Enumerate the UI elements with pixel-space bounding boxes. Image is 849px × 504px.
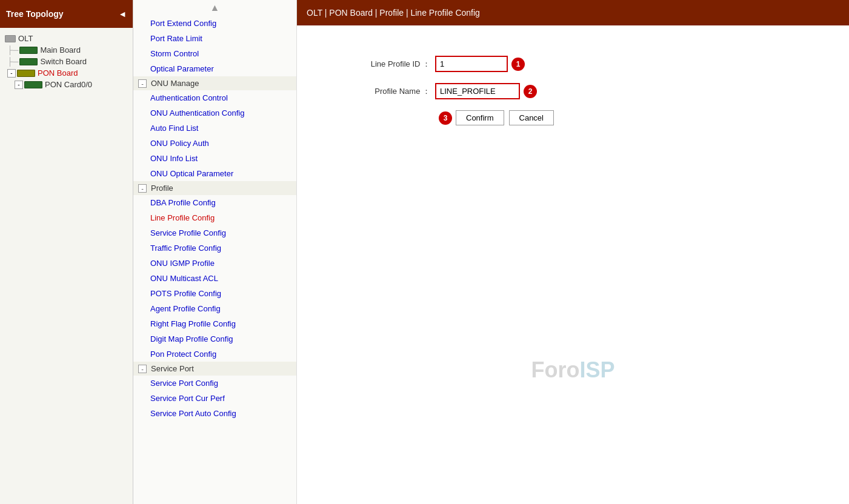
menu-section-profile: - Profile DBA Profile Config Line Profil…: [133, 181, 296, 362]
pon-board-expand[interactable]: -: [7, 69, 16, 78]
menu-dba-profile-config[interactable]: DBA Profile Config: [133, 195, 296, 210]
menu-onu-auth-config[interactable]: ONU Authentication Config: [133, 105, 296, 121]
switch-board-label: Switch Board: [40, 57, 87, 66]
step2-badge: 2: [524, 85, 537, 98]
menu-port-extend-config[interactable]: Port Extend Config: [133, 16, 296, 31]
switch-board-icon: [19, 58, 38, 65]
pon-board-icon: [17, 70, 35, 77]
menu-digit-map-profile-config[interactable]: Digit Map Profile Config: [133, 331, 296, 346]
watermark-isp: ISP: [579, 357, 614, 383]
step3-badge: 3: [439, 111, 452, 125]
profile-name-row: Profile Name ： 2: [333, 83, 813, 99]
olt-label: OLT: [18, 34, 33, 43]
service-port-label: Service Port: [151, 364, 194, 373]
menu-section-service-port: - Service Port Service Port Config Servi…: [133, 362, 296, 421]
menu-port-rate-limit[interactable]: Port Rate Limit: [133, 31, 296, 46]
profile-label: Profile: [151, 184, 173, 193]
tree-item-main-board[interactable]: ├─ Main Board: [2, 44, 130, 56]
menu-agent-profile-config[interactable]: Agent Profile Config: [133, 301, 296, 316]
sidebar-collapse-icon[interactable]: ◄: [118, 9, 127, 19]
sidebar-header: Tree Topology ◄: [0, 0, 133, 28]
menu-pon-protect-config[interactable]: Pon Protect Config: [133, 346, 296, 362]
breadcrumb-text: OLT | PON Board | Profile | Line Profile…: [307, 8, 480, 18]
main-board-icon: [19, 47, 38, 54]
tree-item-pon-card[interactable]: - PON Card0/0: [2, 79, 130, 90]
menu-section-top: Port Extend Config Port Rate Limit Storm…: [133, 16, 296, 76]
pon-card-expand[interactable]: -: [15, 81, 23, 89]
menu-onu-igmp-profile[interactable]: ONU IGMP Profile: [133, 256, 296, 271]
menu-auth-control[interactable]: Authentication Control: [133, 90, 296, 105]
tree-item-olt[interactable]: OLT: [2, 33, 130, 44]
onu-manage-label: ONU Manage: [151, 79, 199, 88]
profile-name-input[interactable]: [435, 83, 520, 99]
pon-card-icon: [24, 81, 42, 88]
menu-storm-control[interactable]: Storm Control: [133, 46, 296, 61]
tree-item-switch-board[interactable]: ├─ Switch Board: [2, 56, 130, 67]
menu-onu-policy-auth[interactable]: ONU Policy Auth: [133, 136, 296, 151]
menu-right-flag-profile-config[interactable]: Right Flag Profile Config: [133, 316, 296, 331]
watermark-foro: Foro: [531, 357, 579, 383]
menu-section-onu-manage: - ONU Manage Authentication Control ONU …: [133, 76, 296, 181]
service-port-header[interactable]: - Service Port: [133, 362, 296, 376]
onu-manage-expand-icon: -: [138, 79, 147, 88]
olt-icon: [5, 35, 16, 42]
sidebar: Tree Topology ◄ OLT ├─ Main Board ├─ Swi…: [0, 0, 133, 504]
breadcrumb: OLT | PON Board | Profile | Line Profile…: [297, 0, 849, 25]
menu-service-profile-config[interactable]: Service Profile Config: [133, 225, 296, 240]
menu-traffic-profile-config[interactable]: Traffic Profile Config: [133, 240, 296, 256]
menu-auto-find-list[interactable]: Auto Find List: [133, 121, 296, 136]
confirm-button[interactable]: Confirm: [456, 110, 504, 125]
dash-connector-2: ├─: [7, 57, 18, 66]
tree-item-pon-board[interactable]: - PON Board: [2, 67, 130, 79]
center-menu: ▲ Port Extend Config Port Rate Limit Sto…: [133, 0, 297, 504]
form-area: Line Profile ID ： 1 Profile Name ： 2 3 C…: [309, 38, 837, 144]
menu-service-port-auto-config[interactable]: Service Port Auto Config: [133, 406, 296, 421]
profile-name-label: Profile Name ：: [333, 86, 430, 97]
pon-board-label: PON Board: [38, 68, 78, 78]
content-body: Line Profile ID ： 1 Profile Name ： 2 3 C…: [297, 25, 849, 504]
profile-expand-icon: -: [138, 184, 147, 193]
service-port-expand-icon: -: [138, 365, 147, 373]
pon-card-label: PON Card0/0: [45, 80, 92, 89]
main-board-label: Main Board: [40, 45, 80, 55]
profile-header[interactable]: - Profile: [133, 181, 296, 195]
content-area: OLT | PON Board | Profile | Line Profile…: [297, 0, 849, 504]
cancel-button[interactable]: Cancel: [509, 110, 554, 125]
line-profile-id-row: Line Profile ID ： 1: [333, 56, 813, 72]
menu-onu-multicast-acl[interactable]: ONU Multicast ACL: [133, 271, 296, 286]
line-profile-id-label: Line Profile ID ：: [333, 59, 430, 70]
sidebar-tree: OLT ├─ Main Board ├─ Switch Board - PON …: [0, 28, 133, 504]
menu-line-profile-config[interactable]: Line Profile Config: [133, 210, 296, 225]
line-profile-id-input[interactable]: [435, 56, 508, 72]
menu-optical-parameter[interactable]: Optical Parameter: [133, 61, 296, 76]
confirm-row: 3 Confirm Cancel: [435, 110, 813, 125]
scroll-up[interactable]: ▲: [133, 0, 296, 16]
watermark: Foro ISP: [531, 357, 614, 383]
menu-onu-info-list[interactable]: ONU Info List: [133, 151, 296, 166]
menu-onu-optical-param[interactable]: ONU Optical Parameter: [133, 166, 296, 181]
dash-connector: ├─: [7, 45, 18, 55]
onu-manage-header[interactable]: - ONU Manage: [133, 76, 296, 90]
sidebar-title: Tree Topology: [6, 9, 64, 19]
step1-badge: 1: [511, 58, 525, 71]
menu-pots-profile-config[interactable]: POTS Profile Config: [133, 286, 296, 301]
menu-service-port-config[interactable]: Service Port Config: [133, 376, 296, 391]
menu-service-port-cur-perf[interactable]: Service Port Cur Perf: [133, 391, 296, 406]
